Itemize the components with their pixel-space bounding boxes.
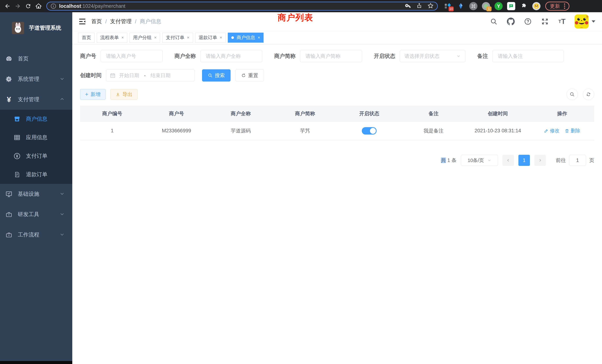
tab-refund-order[interactable]: 退款订单 ×: [195, 33, 226, 43]
start-date-placeholder: 开始日期: [119, 72, 139, 79]
end-date-placeholder: 结束日期: [150, 72, 171, 79]
prev-page-button[interactable]: [503, 155, 514, 166]
sidebar-item-workflow[interactable]: 工作流程: [0, 225, 72, 245]
extension-blue-diamond-icon[interactable]: 10: [444, 2, 452, 10]
sidebar-item-app-info[interactable]: 应用信息: [0, 128, 72, 147]
extension-gray-circle-icon[interactable]: 1: [482, 2, 490, 10]
col-status: 开启状态: [337, 110, 401, 117]
page-size-select[interactable]: 10条/页: [461, 155, 498, 166]
password-key-icon[interactable]: [405, 3, 411, 10]
tab-close-icon[interactable]: ×: [121, 35, 124, 40]
tab-close-icon[interactable]: ×: [258, 35, 260, 40]
reset-button[interactable]: 重置: [235, 69, 264, 82]
bookmark-star-icon[interactable]: [427, 2, 434, 10]
chevron-down-icon: [60, 232, 64, 238]
delete-link[interactable]: 删除: [565, 128, 580, 134]
extension-blue-pin-icon[interactable]: [457, 2, 465, 10]
pagination: 共 1 条 10条/页 1 前往 页: [80, 155, 594, 166]
col-full-name: 商户全称: [209, 110, 273, 117]
chevron-down-icon: [487, 158, 491, 162]
breadcrumb-current: 商户信息: [140, 18, 161, 25]
browser-home-button[interactable]: [33, 1, 44, 11]
merchant-no-input[interactable]: [101, 50, 162, 62]
create-time-range-picker[interactable]: 开始日期 - 结束日期: [106, 69, 195, 82]
page-number-1[interactable]: 1: [518, 155, 530, 166]
browser-toolbar: localhost:1024/pay/merchant 10 1: [0, 0, 602, 12]
briefcase-icon: [0, 232, 18, 238]
sidebar-fold-icon[interactable]: [78, 17, 86, 26]
tab-merchant-info[interactable]: 商户信息 ×: [228, 33, 264, 43]
share-icon[interactable]: [416, 3, 422, 10]
profile-avatar-emoji[interactable]: [532, 2, 540, 10]
col-create-time: 创建时间: [466, 110, 530, 117]
sidebar-item-infra[interactable]: 基础设施: [0, 184, 72, 204]
browser-forward-button[interactable]: [13, 1, 23, 11]
goto-page-input[interactable]: [569, 155, 586, 166]
tab-close-icon[interactable]: ×: [154, 35, 157, 40]
export-button[interactable]: 导出: [110, 89, 138, 100]
short-name-input[interactable]: [300, 50, 362, 62]
sidebar-item-home[interactable]: 首页: [0, 49, 72, 69]
address-bar[interactable]: localhost:1024/pay/merchant: [46, 2, 438, 11]
tab-home[interactable]: 首页: [78, 33, 95, 43]
screen-edge-strip: [0, 361, 72, 364]
edit-link[interactable]: 修改: [544, 128, 559, 134]
chevron-left-icon: [506, 158, 510, 162]
document-icon: [8, 171, 26, 178]
browser-menu-dots-icon[interactable]: [564, 3, 565, 9]
extension-y-icon[interactable]: Y: [494, 2, 503, 10]
github-icon[interactable]: [506, 17, 515, 26]
toggle-search-button[interactable]: [566, 89, 578, 100]
chevron-right-icon: [538, 158, 542, 162]
col-merchant-id: 商户编号: [80, 110, 144, 117]
sidebar-item-merchant-info[interactable]: 商户信息: [0, 110, 72, 128]
breadcrumb-home[interactable]: 首页: [91, 18, 102, 25]
logo-row[interactable]: 芋道管理系统: [0, 12, 72, 44]
url-text[interactable]: localhost:1024/pay/merchant: [59, 3, 405, 9]
remark-input[interactable]: [493, 50, 564, 62]
col-short-name: 商户简称: [273, 110, 337, 117]
tab-close-icon[interactable]: ×: [187, 35, 189, 40]
breadcrumb-separator: /: [135, 19, 136, 25]
tab-close-icon[interactable]: ×: [220, 35, 222, 40]
breadcrumb-pay[interactable]: 支付管理: [110, 18, 132, 25]
full-name-input[interactable]: [200, 50, 262, 62]
add-button[interactable]: + 新增: [80, 89, 106, 100]
font-size-icon[interactable]: TT: [558, 17, 566, 26]
sidebar-item-pay-order[interactable]: 支付订单: [0, 147, 72, 165]
refresh-table-button[interactable]: [583, 89, 594, 100]
user-avatar-menu[interactable]: [575, 14, 595, 29]
status-select[interactable]: 请选择开启状态: [400, 50, 465, 62]
chevron-down-icon: [60, 76, 64, 82]
extension-chat-icon[interactable]: [507, 2, 515, 10]
header-search-icon[interactable]: [489, 17, 498, 26]
browser-update-menu[interactable]: 更新: [545, 2, 569, 11]
sidebar-item-system[interactable]: 系统管理: [0, 69, 72, 89]
page-info-icon[interactable]: [50, 3, 56, 9]
sidebar-item-label: 研发工具: [18, 211, 60, 218]
status-toggle[interactable]: [362, 127, 377, 135]
tab-pay-order[interactable]: 支付订单 ×: [162, 33, 193, 43]
fullscreen-icon[interactable]: [540, 17, 549, 26]
extension-command-icon[interactable]: [469, 2, 477, 10]
tab-user-group[interactable]: 用户分组 ×: [129, 33, 160, 43]
browser-reload-button[interactable]: [23, 1, 33, 11]
chevron-down-icon: [60, 212, 64, 217]
sidebar-item-pay[interactable]: ¥ 支付管理: [0, 89, 72, 110]
extension-badge-2: 1: [486, 7, 492, 11]
sidebar: 芋道管理系统 首页 系统管理 ¥: [0, 12, 72, 364]
extensions-puzzle-icon[interactable]: [520, 2, 528, 10]
breadcrumb-separator: /: [105, 19, 107, 25]
sidebar-item-devtools[interactable]: 研发工具: [0, 204, 72, 225]
next-page-button[interactable]: [534, 155, 546, 166]
browser-back-button[interactable]: [2, 1, 13, 11]
chevron-down-icon: [60, 191, 64, 197]
help-icon[interactable]: [523, 17, 532, 26]
sidebar-item-refund-order[interactable]: 退款订单: [0, 165, 72, 184]
plus-icon: +: [85, 92, 88, 97]
cell-merchant-no: M233666999: [144, 128, 209, 134]
search-button[interactable]: 搜索: [202, 69, 231, 82]
download-icon: [116, 92, 120, 97]
search-icon: [570, 92, 575, 97]
tab-process-form[interactable]: 流程表单 ×: [97, 33, 127, 43]
